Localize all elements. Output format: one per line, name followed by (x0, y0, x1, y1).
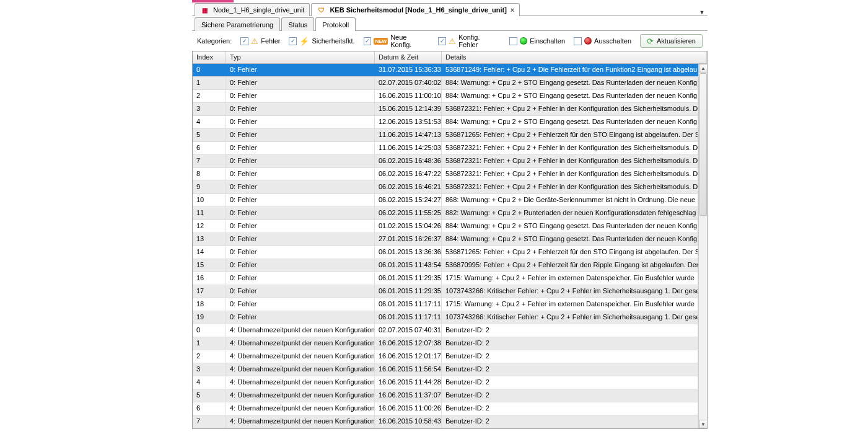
table-body: 00: Fehler31.07.2015 15:36:33536871249: … (193, 64, 698, 428)
table-cell: 17 (193, 285, 226, 298)
table-row[interactable]: 140: Fehler06.01.2015 13:36:36536871265:… (193, 246, 698, 259)
editor-tab-safety-module[interactable]: 🛡 KEB Sicherheitsmodul [Node_1_H6_single… (311, 3, 520, 16)
table-cell: 10 (193, 194, 226, 206)
checkbox-icon[interactable]: ✓ (240, 37, 248, 45)
table-row[interactable]: 110: Fehler06.02.2015 11:55:25882: Warnu… (193, 207, 698, 220)
table-cell: 5 (193, 129, 226, 141)
table-cell: 0: Fehler (226, 298, 375, 311)
table-cell: 2 (193, 90, 226, 102)
table-cell: 884: Warnung: + Cpu 2 + STO Eingang gese… (442, 90, 698, 102)
table-cell: 4: Übernahmezeitpunkt der neuen Konfigur… (226, 324, 375, 337)
table-cell: 536871265: Fehler: + Cpu 2 + Fehlerzeit … (442, 246, 698, 259)
table-cell: 02.07.2015 07:40:02 (375, 77, 442, 89)
refresh-button[interactable]: ⟳ Aktualisieren (640, 34, 703, 48)
table-row[interactable]: 00: Fehler31.07.2015 15:36:33536871249: … (193, 64, 698, 77)
table-row[interactable]: 74: Übernahmezeitpunkt der neuen Konfigu… (193, 415, 698, 428)
table-row[interactable]: 170: Fehler06.01.2015 11:29:351073743266… (193, 285, 698, 298)
table-cell: 0 (193, 64, 226, 76)
table-cell: 0: Fehler (226, 142, 375, 154)
vertical-scrollbar[interactable]: ▲ ▼ (698, 64, 707, 428)
table-cell: 4: Übernahmezeitpunkt der neuen Konfigur… (226, 389, 375, 402)
scroll-down-icon[interactable]: ▼ (699, 420, 708, 428)
filter-ausschalten[interactable]: Ausschalten (574, 37, 631, 45)
scroll-up-icon[interactable]: ▲ (699, 64, 708, 73)
table-cell: 15.06.2015 12:14:39 (375, 103, 442, 115)
checkbox-icon[interactable]: ✓ (438, 37, 446, 45)
sub-tab-protokoll[interactable]: Protokoll (315, 17, 356, 31)
table-cell: 1073743266: Kritischer Fehler: + Cpu 2 +… (442, 311, 698, 324)
table-cell: 1 (193, 77, 226, 89)
checkbox-icon[interactable]: ✓ (289, 37, 297, 45)
table-row[interactable]: 80: Fehler06.02.2015 16:47:22536872321: … (193, 168, 698, 181)
scroll-thumb[interactable] (699, 73, 707, 216)
editor-tab-strip: ▦ Node_1_H6_single_drive_unit 🛡 KEB Sich… (192, 2, 708, 16)
table-row[interactable]: 150: Fehler06.01.2015 11:43:54536870995:… (193, 259, 698, 272)
table-row[interactable]: 30: Fehler15.06.2015 12:14:39536872321: … (193, 103, 698, 116)
table-row[interactable]: 60: Fehler11.06.2015 14:25:03536872321: … (193, 142, 698, 155)
table-cell: 536872321: Fehler: + Cpu 2 + Fehler in d… (442, 142, 698, 154)
table-cell: 8 (193, 168, 226, 180)
table-row[interactable]: 50: Fehler11.06.2015 14:47:13536871265: … (193, 129, 698, 142)
table-cell: 01.02.2015 15:04:26 (375, 220, 442, 232)
table-row[interactable]: 90: Fehler06.02.2015 16:46:21536872321: … (193, 181, 698, 194)
table-row[interactable]: 180: Fehler06.01.2015 11:17:111715: Warn… (193, 298, 698, 311)
editor-tab-label: KEB Sicherheitsmodul [Node_1_H6_single_d… (330, 6, 506, 14)
col-datum[interactable]: Datum & Zeit (375, 51, 442, 63)
table-cell: 7 (193, 155, 226, 167)
sub-tab-parametrierung[interactable]: Sichere Parametrierung (195, 17, 280, 31)
table-cell: 0: Fehler (226, 259, 375, 272)
checkbox-icon[interactable] (574, 37, 582, 45)
table-row[interactable]: 54: Übernahmezeitpunkt der neuen Konfigu… (193, 389, 698, 402)
table-row[interactable]: 14: Übernahmezeitpunkt der neuen Konfigu… (193, 337, 698, 350)
error-icon: ⚠ (251, 37, 258, 46)
filter-konfig-fehler[interactable]: ✓ ⚠ Konfig. Fehler (438, 33, 501, 48)
table-row[interactable]: 04: Übernahmezeitpunkt der neuen Konfigu… (193, 324, 698, 337)
table-cell: 0: Fehler (226, 220, 375, 232)
table-cell: 4: Übernahmezeitpunkt der neuen Konfigur… (226, 337, 375, 350)
col-typ[interactable]: Typ (226, 51, 375, 63)
tab-overflow-dropdown[interactable]: ▼ (696, 6, 708, 16)
protocol-editor: ▦ Node_1_H6_single_drive_unit 🛡 KEB Sich… (192, 0, 708, 434)
table-cell: 884: Warnung: + Cpu 2 + STO Eingang gese… (442, 77, 698, 89)
table-cell: 0: Fehler (226, 207, 375, 219)
filter-sicherheitsfkt[interactable]: ✓ ⚡ Sicherheitsfkt. (289, 37, 354, 46)
sub-tab-status[interactable]: Status (281, 17, 314, 31)
table-row[interactable]: 20: Fehler16.06.2015 11:00:10884: Warnun… (193, 90, 698, 103)
table-row[interactable]: 40: Fehler12.06.2015 13:51:53884: Warnun… (193, 116, 698, 129)
table-cell: 4: Übernahmezeitpunkt der neuen Konfigur… (226, 402, 375, 415)
table-cell: Benutzer-ID: 2 (442, 415, 698, 428)
table-cell: 6 (193, 142, 226, 154)
table-cell: 13 (193, 233, 226, 246)
col-details[interactable]: Details (442, 51, 707, 63)
close-icon[interactable]: × (511, 6, 514, 14)
table-row[interactable]: 34: Übernahmezeitpunkt der neuen Konfigu… (193, 363, 698, 376)
editor-tab-node[interactable]: ▦ Node_1_H6_single_drive_unit (195, 3, 310, 16)
table-row[interactable]: 100: Fehler06.02.2015 15:24:27868: Warnu… (193, 194, 698, 207)
table-row[interactable]: 120: Fehler01.02.2015 15:04:26884: Warnu… (193, 220, 698, 233)
table-cell: Benutzer-ID: 2 (442, 363, 698, 376)
table-row[interactable]: 130: Fehler27.01.2015 16:26:37884: Warnu… (193, 233, 698, 246)
table-cell: 0: Fehler (226, 181, 375, 193)
table-cell: 7 (193, 415, 226, 428)
col-index[interactable]: Index (193, 51, 226, 63)
table-cell: 06.02.2015 15:24:27 (375, 194, 442, 206)
table-row[interactable]: 44: Übernahmezeitpunkt der neuen Konfigu… (193, 376, 698, 389)
checkbox-icon[interactable] (509, 37, 517, 45)
table-row[interactable]: 160: Fehler06.01.2015 11:29:351715: Warn… (193, 272, 698, 285)
table-cell: 0: Fehler (226, 233, 375, 246)
table-row[interactable]: 24: Übernahmezeitpunkt der neuen Konfigu… (193, 350, 698, 363)
table-row[interactable]: 64: Übernahmezeitpunkt der neuen Konfigu… (193, 402, 698, 415)
table-cell: 536870995: Fehler: + Cpu 2 + Fehlerzeit … (442, 259, 698, 272)
table-cell: 06.01.2015 11:17:11 (375, 298, 442, 311)
table-row[interactable]: 10: Fehler02.07.2015 07:40:02884: Warnun… (193, 77, 698, 90)
table-cell: 16 (193, 272, 226, 285)
table-row[interactable]: 70: Fehler06.02.2015 16:48:36536872321: … (193, 155, 698, 168)
checkbox-icon[interactable]: ✓ (364, 37, 372, 45)
filter-neue-konfig[interactable]: ✓ NEW Neue Konfig. (364, 33, 430, 48)
filter-fehler[interactable]: ✓ ⚠ Fehler (240, 37, 280, 46)
table-row[interactable]: 190: Fehler06.01.2015 11:17:111073743266… (193, 311, 698, 324)
filter-einschalten[interactable]: Einschalten (509, 37, 565, 45)
table-cell: 06.01.2015 11:29:35 (375, 285, 442, 298)
table-cell: 0: Fehler (226, 194, 375, 206)
table-cell: 16.06.2015 11:00:10 (375, 90, 442, 102)
